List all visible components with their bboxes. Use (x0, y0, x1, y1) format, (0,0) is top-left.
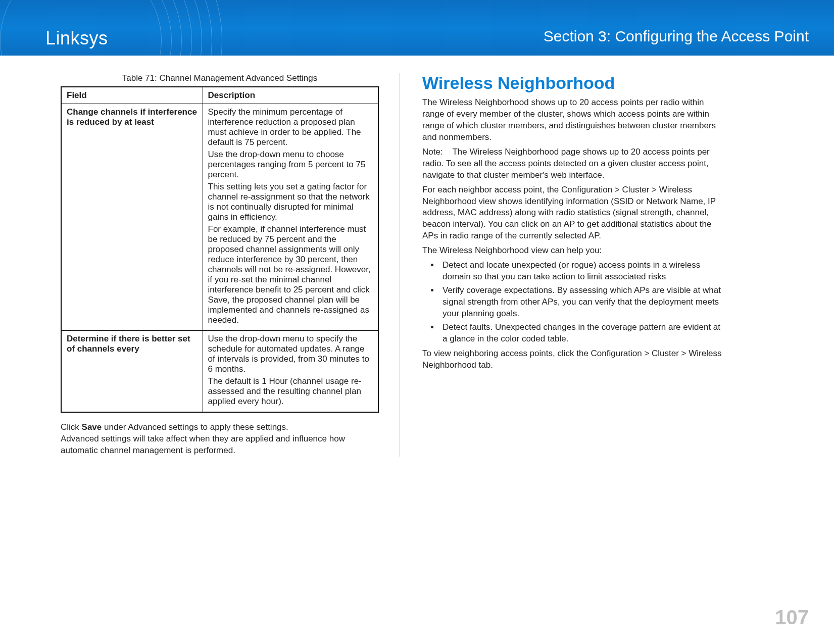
paragraph: The Wireless Neighborhood view can help … (422, 245, 722, 257)
page-number: 107 (775, 606, 809, 629)
after-table-line2: Advanced settings will take affect when … (61, 433, 379, 457)
list-item: Detect and locate unexpected (or rogue) … (439, 260, 722, 283)
cell-description: Use the drop-down menu to specify the sc… (203, 331, 378, 413)
paragraph: To view neighboring access points, click… (422, 348, 722, 371)
page-body: Table 71: Channel Management Advanced Se… (0, 56, 834, 457)
section-heading: Wireless Neighborhood (422, 73, 722, 93)
paragraph: The Wireless Neighborhood shows up to 20… (422, 97, 722, 143)
table-row: Change channels if interference is reduc… (61, 104, 378, 331)
save-bold-word: Save (82, 422, 102, 432)
cell-description: Specify the minimum percentage of interf… (203, 104, 378, 331)
settings-table: Field Description Change channels if int… (61, 86, 379, 413)
brand-logo-text: Linksys (45, 28, 108, 49)
table-row: Determine if there is better set of chan… (61, 331, 378, 413)
desc-paragraph: For example, if channel interference mus… (208, 224, 373, 325)
list-item: Detect faults. Unexpected changes in the… (439, 322, 722, 345)
desc-paragraph: The default is 1 Hour (channel usage re-… (208, 376, 373, 407)
desc-paragraph: Specify the minimum percentage of interf… (208, 107, 373, 147)
section-title: Section 3: Configuring the Access Point (544, 28, 809, 45)
cell-field: Determine if there is better set of chan… (61, 331, 203, 413)
click-save-line: Click Save under Advanced settings to ap… (61, 422, 379, 433)
text-span: under Advanced settings to apply these s… (102, 422, 288, 432)
desc-paragraph: Use the drop-down menu to specify the sc… (208, 334, 373, 374)
desc-paragraph: This setting lets you set a gating facto… (208, 182, 373, 222)
note-paragraph: Note: The Wireless Neighborhood page sho… (422, 146, 722, 181)
table-caption: Table 71: Channel Management Advanced Se… (61, 73, 379, 83)
right-body: The Wireless Neighborhood shows up to 20… (422, 97, 722, 371)
after-table-text: Click Save under Advanced settings to ap… (61, 422, 379, 457)
paragraph: For each neighbor access point, the Conf… (422, 184, 722, 242)
note-label: Note: (422, 146, 450, 158)
table-header-row: Field Description (61, 87, 378, 104)
bullet-list: Detect and locate unexpected (or rogue) … (439, 260, 722, 345)
col-header-field: Field (61, 87, 203, 104)
list-item: Verify coverage expectations. By assessi… (439, 285, 722, 320)
cell-field: Change channels if interference is reduc… (61, 104, 203, 331)
text-span: Click (61, 422, 82, 432)
note-text: The Wireless Neighborhood page shows up … (422, 147, 710, 180)
page-header: Linksys Section 3: Configuring the Acces… (0, 0, 834, 56)
header-decoration-arcs (0, 0, 293, 56)
right-column: Wireless Neighborhood The Wireless Neigh… (399, 73, 722, 457)
left-column: Table 71: Channel Management Advanced Se… (61, 73, 379, 457)
col-header-description: Description (203, 87, 378, 104)
desc-paragraph: Use the drop-down menu to choose percent… (208, 150, 373, 180)
